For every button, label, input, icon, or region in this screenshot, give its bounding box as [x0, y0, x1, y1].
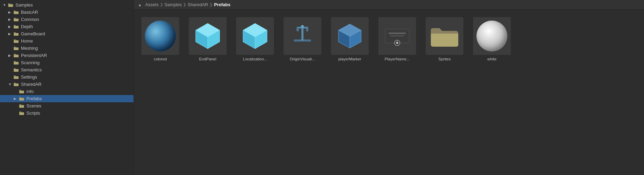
- folder-visual: [429, 23, 460, 49]
- cube-light-visual: [240, 21, 271, 51]
- asset-label-originvisual: OriginVisuali...: [290, 57, 315, 61]
- sidebar-label-home: Home: [21, 38, 33, 44]
- project-sidebar: ▼ Samples▶ BasicAR▶ Common▶ Depth▶ GameB…: [0, 0, 134, 175]
- asset-thumbnail-localization: [236, 17, 274, 55]
- asset-item-sprites[interactable]: Sprites: [422, 15, 467, 63]
- sidebar-item-scripts[interactable]: Scripts: [0, 109, 134, 117]
- tree-arrow-basicar: ▶: [8, 10, 13, 14]
- tree-arrow-depth: ▶: [8, 25, 13, 28]
- sidebar-label-gameboard: GameBoard: [21, 31, 45, 36]
- sidebar-item-persistentar[interactable]: ▶ PersistentAR: [0, 52, 134, 59]
- breadcrumb-samples[interactable]: Samples: [164, 2, 182, 7]
- sidebar-label-persistentar: PersistentAR: [21, 53, 47, 58]
- tree-arrow-common: ▶: [8, 18, 13, 21]
- sidebar-item-semantics[interactable]: Semantics: [0, 66, 134, 73]
- sep-3: ❯: [209, 2, 212, 7]
- sidebar-label-settings: Settings: [21, 74, 37, 80]
- cube-light-visual: [192, 21, 223, 51]
- svg-rect-20: [297, 27, 299, 31]
- sidebar-label-semantics: Semantics: [21, 67, 42, 72]
- folder-icon-sharedar: [13, 82, 19, 87]
- tree-arrow-persistentar: ▶: [8, 54, 13, 57]
- breadcrumb: ▲ Assets ❯ Samples ❯ SharedAR ❯ Prefabs: [134, 0, 644, 10]
- folder-icon-common: [13, 17, 19, 22]
- sidebar-label-basicar: BasicAR: [21, 10, 38, 15]
- tree-arrow-sharedar: ▼: [8, 82, 13, 86]
- sidebar-label-scanning: Scanning: [21, 60, 39, 65]
- sidebar-label-common: Common: [21, 17, 39, 22]
- sidebar-item-samples[interactable]: ▼ Samples: [0, 1, 134, 9]
- folder-icon-depth: [13, 24, 19, 29]
- asset-thumbnail-colored: [141, 17, 179, 55]
- sidebar-item-scenes[interactable]: Scenes: [0, 102, 134, 109]
- sidebar-item-meshing[interactable]: Meshing: [0, 45, 134, 52]
- asset-grid: colored EndPanel Localization...: [134, 10, 644, 175]
- asset-thumbnail-sprites: [426, 17, 463, 55]
- svg-rect-35: [390, 35, 404, 36]
- folder-icon-scanning: [13, 60, 19, 65]
- sidebar-label-scenes: Scenes: [26, 103, 41, 108]
- sidebar-item-prefabs[interactable]: ▶ Prefabs: [0, 95, 134, 102]
- origin-marker-visual: [287, 21, 318, 51]
- folder-icon-scenes: [19, 104, 25, 108]
- sphere-blue-visual: [145, 21, 176, 51]
- sphere-white-visual: [476, 21, 507, 51]
- sidebar-label-prefabs: Prefabs: [26, 96, 42, 101]
- asset-item-white[interactable]: white: [470, 15, 514, 63]
- asset-label-white: white: [487, 57, 497, 61]
- folder-icon-basicar: [13, 10, 19, 15]
- sidebar-item-common[interactable]: ▶ Common: [0, 16, 134, 23]
- sidebar-item-gameboard[interactable]: ▶ GameBoard: [0, 30, 134, 37]
- folder-icon-samples: [8, 3, 14, 8]
- up-arrow-icon[interactable]: ▲: [138, 3, 142, 7]
- sidebar-item-info[interactable]: info: [0, 88, 134, 95]
- svg-rect-34: [389, 33, 406, 34]
- breadcrumb-assets[interactable]: Assets: [145, 2, 159, 7]
- folder-icon-settings: [13, 75, 19, 80]
- folder-icon-gameboard: [13, 32, 19, 36]
- sidebar-label-sharedar: SharedAR: [21, 82, 42, 87]
- asset-item-localization[interactable]: Localization...: [233, 15, 277, 63]
- tree-arrow-samples: ▼: [3, 3, 8, 7]
- svg-rect-17: [301, 27, 303, 40]
- main-panel: ▲ Assets ❯ Samples ❯ SharedAR ❯ Prefabs …: [134, 0, 644, 175]
- sidebar-item-sharedar[interactable]: ▼ SharedAR: [0, 81, 134, 88]
- folder-icon-scripts: [19, 111, 25, 116]
- breadcrumb-sharedar[interactable]: SharedAR: [187, 2, 208, 7]
- svg-rect-21: [306, 27, 308, 31]
- asset-item-endpanel[interactable]: EndPanel: [185, 15, 230, 63]
- tree-arrow-gameboard: ▶: [8, 32, 13, 36]
- asset-label-localization: Localization...: [243, 57, 267, 61]
- cube-dark-visual: [334, 21, 365, 51]
- sidebar-label-depth: Depth: [21, 24, 33, 29]
- asset-item-colored[interactable]: colored: [138, 15, 183, 63]
- folder-icon-home: [13, 39, 19, 44]
- sidebar-item-home[interactable]: Home: [0, 37, 134, 45]
- sidebar-item-scanning[interactable]: Scanning: [0, 59, 134, 66]
- sidebar-item-depth[interactable]: ▶ Depth: [0, 23, 134, 30]
- playername-visual: [382, 21, 413, 51]
- asset-item-playermarker[interactable]: playerMarker: [327, 15, 372, 63]
- sep-1: ❯: [160, 2, 163, 7]
- sidebar-label-samples: Samples: [15, 2, 33, 8]
- asset-thumbnail-playermarker: [331, 17, 369, 55]
- sidebar-item-settings[interactable]: Settings: [0, 73, 134, 81]
- asset-thumbnail-endpanel: [189, 17, 227, 55]
- asset-label-colored: colored: [154, 57, 167, 61]
- asset-label-playermarker: playerMarker: [338, 57, 361, 61]
- asset-label-sprites: Sprites: [438, 57, 451, 61]
- asset-label-playername: PlayerName...: [385, 57, 410, 61]
- folder-icon-meshing: [13, 46, 19, 51]
- breadcrumb-prefabs: Prefabs: [214, 2, 230, 7]
- asset-thumbnail-playername: [378, 17, 416, 55]
- folder-icon-persistentar: [13, 53, 19, 58]
- sidebar-label-meshing: Meshing: [21, 46, 38, 51]
- asset-thumbnail-originvisual: [284, 17, 321, 55]
- folder-icon-semantics: [13, 68, 19, 72]
- sidebar-item-basicar[interactable]: ▶ BasicAR: [0, 9, 134, 16]
- asset-thumbnail-white: [473, 17, 511, 55]
- asset-label-endpanel: EndPanel: [199, 57, 216, 61]
- sep-2: ❯: [183, 2, 186, 7]
- asset-item-originvisual[interactable]: OriginVisuali...: [280, 15, 325, 63]
- asset-item-playername[interactable]: PlayerName...: [375, 15, 419, 63]
